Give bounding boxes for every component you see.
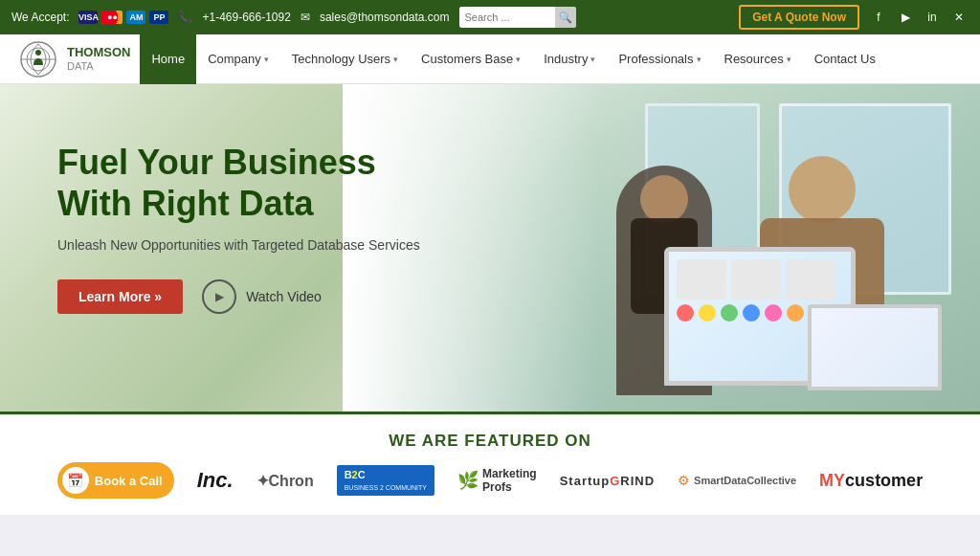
- startup-grind-logo: StartupGRIND: [560, 474, 655, 488]
- phone-number: +1-469-666-1092: [202, 11, 290, 24]
- chevron-down-icon: ▾: [393, 55, 398, 64]
- chevron-down-icon: ▾: [264, 55, 269, 64]
- search-button[interactable]: 🔍: [555, 7, 576, 28]
- chevron-down-icon: ▾: [697, 55, 702, 64]
- email-icon: ✉: [301, 11, 310, 24]
- nav-technology-users[interactable]: Technology Users ▾: [280, 34, 410, 84]
- mycustomer-logo: MYcustomer: [819, 471, 923, 491]
- phone-icon: 📞: [178, 11, 192, 24]
- payment-icons: VISA ●● AM PP: [78, 11, 168, 24]
- chevron-down-icon: ▾: [787, 55, 791, 64]
- amex-icon: AM: [126, 11, 145, 24]
- nav-contact-us[interactable]: Contact Us: [803, 34, 887, 84]
- nav-company[interactable]: Company ▾: [196, 34, 280, 84]
- facebook-icon[interactable]: f: [869, 8, 888, 27]
- nav-home[interactable]: Home: [140, 34, 196, 84]
- hero-subtitle: Unleash New Opportunities with Targeted …: [57, 237, 440, 253]
- featured-title: WE ARE FEATURED ON: [389, 432, 591, 451]
- accept-label: We Accept:: [11, 11, 69, 24]
- youtube-icon[interactable]: ▶: [896, 8, 915, 27]
- top-bar-left: We Accept: VISA ●● AM PP 📞 +1-469-666-10…: [11, 7, 576, 28]
- linkedin-icon[interactable]: in: [923, 8, 942, 27]
- inc-logo: Inc.: [197, 468, 234, 493]
- play-icon: ▶: [202, 279, 236, 314]
- nav-professionals[interactable]: Professionals ▾: [607, 34, 712, 84]
- search-input[interactable]: [459, 7, 555, 28]
- featured-logos: 📅 Book a Call Inc. ✦Chron B2CBUSINESS 2 …: [57, 462, 923, 499]
- logo[interactable]: THOMSON DATA: [15, 40, 130, 78]
- hero-section: Fuel Your Business With Right Data Unlea…: [0, 84, 980, 414]
- chevron-down-icon: ▾: [516, 55, 521, 64]
- hero-content: Fuel Your Business With Right Data Unlea…: [0, 84, 479, 352]
- b2c-logo: B2CBUSINESS 2 COMMUNITY: [337, 465, 434, 496]
- nav-industry[interactable]: Industry ▾: [532, 34, 607, 84]
- social-icons: f ▶ in ✕: [869, 8, 969, 27]
- paypal-icon: PP: [149, 11, 168, 24]
- quote-button[interactable]: Get A Quote Now: [739, 5, 859, 30]
- featured-section: WE ARE FEATURED ON 📅 Book a Call Inc. ✦C…: [0, 414, 980, 515]
- mc-icon: ●●: [101, 11, 122, 24]
- search-box[interactable]: 🔍: [459, 7, 576, 28]
- nav-resources[interactable]: Resources ▾: [713, 34, 803, 84]
- book-call-logo[interactable]: 📅 Book a Call: [57, 462, 174, 499]
- watch-video-button[interactable]: ▶ Watch Video: [202, 279, 322, 314]
- twitter-icon[interactable]: ✕: [949, 8, 969, 27]
- nav-customers-base[interactable]: Customers Base ▾: [410, 34, 532, 84]
- marketing-profs-logo: 🌿 MarketingProfs: [457, 467, 537, 494]
- logo-text: THOMSON DATA: [67, 46, 130, 71]
- hero-title: Fuel Your Business With Right Data: [57, 142, 440, 224]
- hero-buttons: Learn More » ▶ Watch Video: [57, 279, 440, 314]
- book-call-icon: 📅: [62, 467, 89, 494]
- svg-point-3: [35, 50, 41, 56]
- top-bar-right: Get A Quote Now f ▶ in ✕: [739, 5, 969, 30]
- visa-icon: VISA: [78, 11, 98, 24]
- book-call-label: Book a Call: [95, 474, 163, 488]
- learn-more-button[interactable]: Learn More »: [57, 279, 183, 314]
- navbar: THOMSON DATA Home Company ▾ Technology U…: [0, 34, 980, 84]
- logo-svg: [15, 40, 61, 78]
- bottom-divider: [0, 411, 980, 414]
- chevron-down-icon: ▾: [590, 55, 595, 64]
- email-address: sales@thomsondata.com: [320, 11, 450, 24]
- nav-items: Home Company ▾ Technology Users ▾ Custom…: [140, 34, 965, 84]
- chron-logo: ✦Chron: [256, 472, 314, 490]
- top-bar: We Accept: VISA ●● AM PP 📞 +1-469-666-10…: [0, 0, 980, 34]
- smart-data-collective-logo: ⚙ SmartDataCollective: [678, 473, 796, 488]
